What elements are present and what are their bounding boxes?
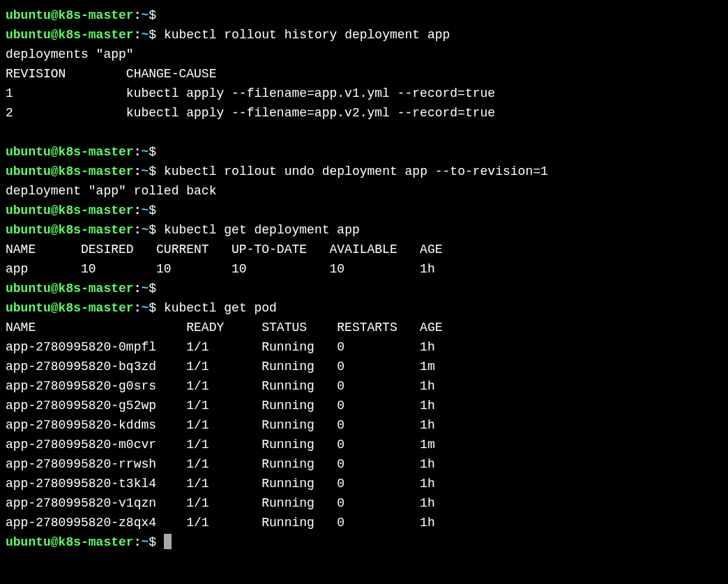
- prompt-line-9[interactable]: ubuntu@k8s-master:~$: [6, 532, 722, 552]
- prompt-line-7: ubuntu@k8s-master:~$: [6, 279, 722, 298]
- deployment-row: app 10 10 10 10 1h: [6, 259, 722, 279]
- pod-row: app-2780995820-m0cvr 1/1 Running 0 1m: [6, 435, 722, 454]
- user-host: ubuntu@k8s-master: [6, 535, 134, 549]
- user-host: ubuntu@k8s-master: [6, 223, 134, 237]
- dollar: $: [149, 535, 156, 549]
- colon: :: [134, 28, 142, 42]
- prompt-line-6: ubuntu@k8s-master:~$ kubectl get deploym…: [6, 220, 722, 240]
- dollar: $: [149, 223, 156, 237]
- colon: :: [134, 301, 142, 315]
- user-host: ubuntu@k8s-master: [6, 301, 134, 315]
- path: ~: [141, 28, 149, 42]
- path: ~: [141, 145, 149, 159]
- colon: :: [134, 203, 142, 217]
- command-text: kubectl get pod: [164, 301, 277, 315]
- dollar: $: [149, 203, 156, 217]
- dollar: $: [149, 301, 156, 315]
- cursor-icon: [164, 534, 172, 549]
- history-row-2: 2 kubectl apply --filename=app.v2.yml --…: [6, 103, 722, 123]
- user-host: ubuntu@k8s-master: [6, 8, 134, 22]
- path: ~: [141, 203, 149, 217]
- path: ~: [141, 282, 149, 295]
- command-text: kubectl rollout undo deployment app --to…: [164, 164, 548, 178]
- prompt-line-3: ubuntu@k8s-master:~$: [6, 142, 722, 162]
- colon: :: [134, 223, 142, 237]
- prompt-line-2: ubuntu@k8s-master:~$ kubectl rollout his…: [6, 25, 722, 45]
- colon: :: [134, 535, 142, 549]
- colon: :: [134, 8, 142, 22]
- prompt-line-8: ubuntu@k8s-master:~$ kubectl get pod: [6, 298, 722, 318]
- user-host: ubuntu@k8s-master: [6, 203, 134, 217]
- path: ~: [141, 535, 149, 549]
- history-row-1: 1 kubectl apply --filename=app.v1.yml --…: [6, 84, 722, 103]
- pod-row: app-2780995820-t3kl4 1/1 Running 0 1h: [6, 474, 722, 493]
- pod-row: app-2780995820-g52wp 1/1 Running 0 1h: [6, 396, 722, 415]
- user-host: ubuntu@k8s-master: [6, 28, 134, 42]
- colon: :: [134, 145, 142, 159]
- blank-line: [6, 123, 722, 142]
- prompt-line-5: ubuntu@k8s-master:~$: [6, 201, 722, 220]
- dollar: $: [149, 164, 156, 178]
- dollar: $: [149, 8, 156, 22]
- path: ~: [141, 301, 149, 315]
- dollar: $: [149, 145, 156, 159]
- user-host: ubuntu@k8s-master: [6, 164, 134, 178]
- colon: :: [134, 282, 142, 295]
- pod-row: app-2780995820-bq3zd 1/1 Running 0 1m: [6, 357, 722, 376]
- user-host: ubuntu@k8s-master: [6, 282, 134, 295]
- pod-row: app-2780995820-z8qx4 1/1 Running 0 1h: [6, 513, 722, 532]
- dollar: $: [149, 28, 156, 42]
- prompt-line-4: ubuntu@k8s-master:~$ kubectl rollout und…: [6, 162, 722, 181]
- command-text: kubectl get deployment app: [164, 223, 360, 237]
- colon: :: [134, 164, 142, 178]
- pods-header: NAME READY STATUS RESTARTS AGE: [6, 318, 722, 337]
- pod-row: app-2780995820-g0srs 1/1 Running 0 1h: [6, 376, 722, 396]
- path: ~: [141, 164, 149, 178]
- pod-row: app-2780995820-v1qzn 1/1 Running 0 1h: [6, 493, 722, 513]
- command-text: kubectl rollout history deployment app: [164, 28, 450, 42]
- history-columns: REVISION CHANGE-CAUSE: [6, 64, 722, 84]
- undo-result: deployment "app" rolled back: [6, 181, 722, 201]
- pod-row: app-2780995820-rrwsh 1/1 Running 0 1h: [6, 454, 722, 474]
- pod-row: app-2780995820-0mpfl 1/1 Running 0 1h: [6, 337, 722, 357]
- user-host: ubuntu@k8s-master: [6, 145, 134, 159]
- prompt-line-1: ubuntu@k8s-master:~$: [6, 6, 722, 25]
- history-header: deployments "app": [6, 45, 722, 64]
- pod-row: app-2780995820-kddms 1/1 Running 0 1h: [6, 415, 722, 435]
- dollar: $: [149, 282, 156, 295]
- path: ~: [141, 223, 149, 237]
- path: ~: [141, 8, 149, 22]
- deployment-header: NAME DESIRED CURRENT UP-TO-DATE AVAILABL…: [6, 240, 722, 259]
